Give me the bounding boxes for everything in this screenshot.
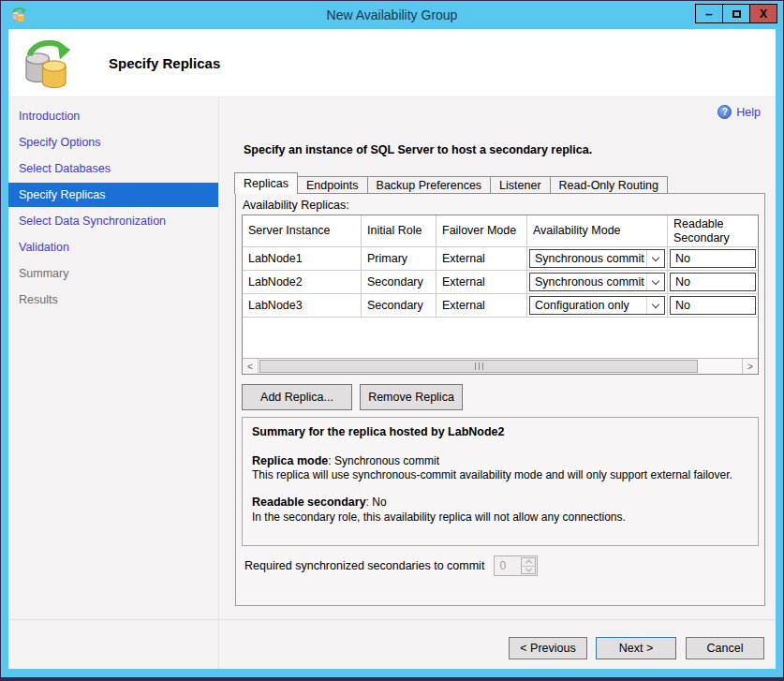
scrollbar-thumb[interactable] [259, 360, 698, 373]
readable-secondary-dropdown[interactable]: No [670, 249, 756, 268]
grid-header-row: Server Instance Initial Role Failover Mo… [243, 215, 758, 247]
dropdown-button[interactable] [646, 274, 664, 290]
chevron-down-icon [525, 565, 532, 571]
dropdown-button[interactable] [646, 250, 664, 267]
readable-secondary-value: No [675, 252, 690, 265]
initial-role-cell: Primary [362, 247, 436, 271]
summary-title: Summary for the replica hosted by LabNod… [252, 425, 748, 440]
scroll-right-icon[interactable]: > [742, 359, 758, 374]
tab-replicas[interactable]: Replicas [234, 172, 298, 194]
availability-mode-dropdown[interactable]: Configuration only [529, 296, 665, 315]
horizontal-scrollbar[interactable]: < > [243, 358, 758, 374]
table-row[interactable]: LabNode2 Secondary External Synchronous … [243, 271, 758, 294]
grid-empty-area [243, 318, 758, 358]
new-availability-group-window: New Availability Group – X S [0, 0, 784, 681]
column-header-initial-role[interactable]: Initial Role [362, 215, 436, 247]
table-row[interactable]: LabNode3 Secondary External Configuratio… [243, 294, 758, 318]
replicas-tab-panel: Availability Replicas: Server Instance I… [235, 193, 765, 606]
tab-endpoints[interactable]: Endpoints [297, 176, 368, 194]
readable-secondary-value: No [675, 275, 690, 289]
initial-role-cell: Secondary [362, 271, 436, 294]
close-button[interactable]: X [749, 4, 777, 23]
table-row[interactable]: LabNode1 Primary External Synchronous co… [243, 247, 758, 271]
readable-secondary-dropdown[interactable]: No [670, 273, 756, 291]
sidebar-item-specify-replicas[interactable]: Specify Replicas [8, 183, 218, 207]
column-header-availability-mode[interactable]: Availability Mode [527, 215, 668, 247]
column-header-server-instance[interactable]: Server Instance [243, 215, 362, 247]
availability-group-icon [10, 7, 26, 22]
wizard-main-pane: ? Help Specify an instance of SQL Server… [219, 97, 776, 619]
tab-read-only-routing[interactable]: Read-Only Routing [550, 176, 668, 194]
chevron-down-icon [652, 253, 659, 260]
availability-mode-dropdown[interactable]: Synchronous commit [529, 273, 665, 291]
availability-mode-cell: Configuration only [527, 294, 668, 318]
help-icon: ? [717, 105, 732, 119]
column-header-failover-mode[interactable]: Failover Mode [436, 215, 527, 247]
cancel-button[interactable]: Cancel [686, 637, 764, 659]
maximize-icon [732, 10, 741, 18]
title-bar[interactable]: New Availability Group – X [1, 1, 783, 29]
readable-secondary-dropdown[interactable]: No [670, 296, 756, 315]
availability-mode-value: Synchronous commit [535, 275, 644, 289]
required-secondaries-stepper[interactable]: 0 [494, 555, 538, 576]
initial-role-cell: Secondary [362, 294, 436, 318]
readable-secondary-line: Readable secondary: No [252, 496, 748, 511]
required-secondaries-label: Required synchronized secondaries to com… [244, 559, 484, 572]
availability-mode-dropdown[interactable]: Synchronous commit [529, 249, 665, 268]
availability-replicas-grid: Server Instance Initial Role Failover Mo… [242, 215, 759, 375]
dialog-body: Specify Replicas Introduction Specify Op… [8, 29, 776, 669]
required-secondaries-row: Required synchronized secondaries to com… [244, 555, 538, 576]
window-border [1, 677, 783, 680]
replica-mode-description: This replica will use synchronous-commit… [252, 468, 748, 482]
wizard-header: Specify Replicas [8, 29, 776, 97]
sidebar-item-summary: Summary [8, 261, 218, 286]
stepper-buttons[interactable] [521, 557, 536, 574]
wizard-step-list: Introduction Specify Options Select Data… [8, 97, 219, 619]
maximize-button[interactable] [722, 4, 750, 23]
window-title: New Availability Group [1, 7, 783, 22]
tab-backup-preferences[interactable]: Backup Preferences [367, 176, 492, 194]
server-instance-cell: LabNode1 [243, 247, 362, 271]
sidebar-item-results: Results [8, 288, 218, 312]
failover-mode-cell: External [436, 247, 527, 271]
server-instance-cell: LabNode2 [243, 271, 362, 294]
tab-strip: Replicas Endpoints Backup Preferences Li… [235, 172, 668, 194]
add-replica-button[interactable]: Add Replica... [242, 384, 352, 410]
availability-mode-cell: Synchronous commit [527, 247, 668, 271]
tab-listener[interactable]: Listener [490, 176, 550, 194]
minimize-icon: – [705, 10, 713, 18]
footer-sidebar-spacer [8, 620, 219, 669]
availability-group-icon [20, 36, 72, 90]
close-icon: X [760, 7, 767, 21]
readable-secondary-value: No [675, 299, 690, 312]
replica-mode-line: Replica mode: Synchronous commit [252, 454, 748, 469]
replica-summary-box: Summary for the replica hosted by LabNod… [242, 417, 759, 546]
sidebar-item-validation[interactable]: Validation [8, 235, 218, 259]
readable-secondary-cell: No [668, 271, 758, 294]
wizard-footer: < Previous Next > Cancel [8, 619, 776, 669]
help-label: Help [736, 106, 761, 119]
scroll-left-icon[interactable]: < [243, 359, 259, 374]
column-header-readable-secondary[interactable]: Readable Secondary [668, 215, 758, 247]
chevron-down-icon [652, 300, 659, 307]
failover-mode-cell: External [436, 294, 527, 318]
previous-button[interactable]: < Previous [509, 637, 587, 659]
instruction-text: Specify an instance of SQL Server to hos… [244, 143, 592, 156]
readable-secondary-description: In the secondary role, this availability… [252, 511, 748, 525]
sidebar-item-select-data-synchronization[interactable]: Select Data Synchronization [8, 209, 218, 233]
help-link[interactable]: ? Help [717, 105, 761, 119]
failover-mode-cell: External [436, 271, 527, 294]
next-button[interactable]: Next > [596, 637, 676, 659]
sidebar-item-select-databases[interactable]: Select Databases [8, 156, 218, 181]
scrollbar-grip-icon [475, 363, 483, 370]
page-title: Specify Replicas [109, 55, 220, 71]
required-secondaries-value: 0 [499, 559, 506, 572]
sidebar-item-introduction[interactable]: Introduction [8, 104, 218, 128]
dropdown-button[interactable] [646, 297, 664, 314]
sidebar-item-specify-options[interactable]: Specify Options [8, 130, 218, 155]
remove-replica-button[interactable]: Remove Replica [360, 384, 463, 410]
minimize-button[interactable]: – [695, 4, 723, 23]
availability-mode-value: Configuration only [535, 299, 629, 312]
spin-down-button[interactable] [522, 567, 535, 574]
availability-mode-cell: Synchronous commit [527, 271, 668, 294]
